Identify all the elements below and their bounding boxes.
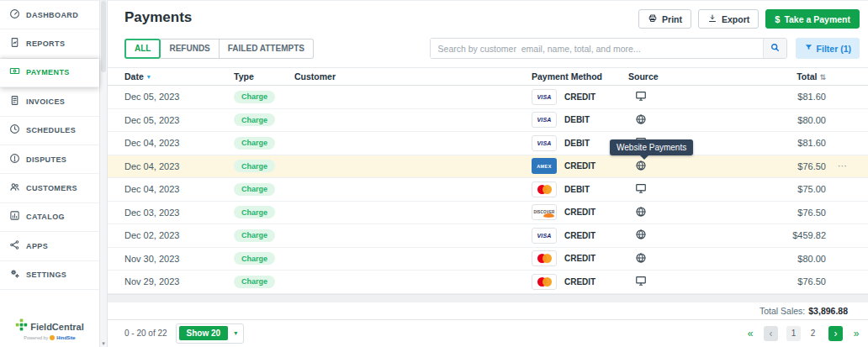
pagination-first-button[interactable]: « [745,326,755,341]
table-row[interactable]: Dec 04, 2023ChargeAMEXCREDITWebsite Paym… [108,155,868,179]
search-bar [430,38,787,59]
sidebar-item-apps[interactable]: APPS [0,232,99,260]
pagination-last-button[interactable]: » [851,326,861,341]
charge-badge: Charge [234,276,275,288]
payment-method-label: CREDIT [564,161,595,171]
cell-date: Dec 04, 2023 [124,184,234,194]
cell-total: $81.60 [725,92,826,102]
print-button[interactable]: Print [638,9,691,29]
cell-payment-method: VISADEBIT [532,112,628,128]
charge-badge: Charge [234,160,275,172]
website-payments-tooltip: Website Payments [610,139,693,155]
table-row[interactable]: Nov 29, 2023ChargeCREDIT$76.50 [108,271,868,294]
table-row[interactable]: Nov 30, 2023ChargeCREDIT$80.00 [108,248,868,271]
powered-by: Powered by HindSite [0,335,99,340]
total-sales: Total Sales: $3,896.88 [108,302,868,320]
row-menu-icon[interactable]: ⋯ [838,160,848,171]
funnel-icon [804,43,813,54]
row-menu[interactable]: ⋯ [826,160,848,171]
payments-icon [9,65,20,80]
cell-date: Nov 29, 2023 [124,276,234,287]
table-row[interactable]: Dec 04, 2023ChargeVISADEBIT$81.60 [108,132,868,155]
main-content: Payments Print Export $ Take a Payment [108,1,868,347]
tab-refunds[interactable]: REFUNDS [161,39,219,59]
column-header-source: Source [628,71,725,81]
header-actions: Print Export $ Take a Payment [638,9,860,29]
fieldcentral-tree-icon [15,318,28,334]
sidebar-item-dashboard[interactable]: DASHBOARD [0,1,99,29]
sort-down-icon: ▾ [147,73,151,81]
payment-method-label: CREDIT [564,277,595,287]
take-payment-button[interactable]: $ Take a Payment [765,9,860,29]
sidebar-item-payments[interactable]: PAYMENTS [0,59,99,87]
globe-icon [635,160,647,173]
logo-text: FieldCentral [30,322,84,332]
search-input[interactable] [431,39,763,58]
sidebar-item-reports[interactable]: REPORTS [0,29,99,58]
scrollbar-down-arrow-icon[interactable]: ▾ [100,340,107,347]
page-size-select[interactable]: Show 20 ▾ [176,323,245,344]
cell-total: $76.50 [725,276,826,287]
table-row[interactable]: Dec 04, 2023ChargeDEBIT$75.00 [108,178,868,202]
cell-type: Charge [234,183,294,196]
sidebar-item-invoices[interactable]: INVOICES [0,87,99,116]
download-icon [707,13,717,25]
sidebar-scrollbar[interactable]: ▾ [99,1,108,347]
cell-payment-method: CREDIT [532,250,628,266]
sidebar-item-label: DISPUTES [26,155,66,164]
charge-badge: Charge [234,91,275,103]
pagination-page-1[interactable]: 1 [786,326,801,341]
payment-method-label: CREDIT [564,231,595,240]
sidebar-item-settings[interactable]: SETTINGS [0,261,99,290]
cell-date: Dec 05, 2023 [124,115,234,125]
sidebar-item-label: INVOICES [26,97,65,106]
column-header-total[interactable]: Total⇅ [725,71,826,81]
sidebar-item-catalog[interactable]: CATALOG [0,203,99,232]
table-row[interactable]: Dec 03, 2023ChargeDISCOVERCREDIT$76.50 [108,202,868,225]
cell-source: Website Payments [628,160,725,173]
sidebar-item-schedules[interactable]: SCHEDULES [0,117,99,145]
cell-total: $459.82 [725,230,826,240]
printer-icon [648,13,658,25]
visa-card-icon: VISA [532,135,557,151]
table-row[interactable]: Dec 05, 2023ChargeVISACREDIT$81.60 [108,86,868,109]
filter-toolbar: ALLREFUNDSFAILED ATTEMPTS Filter (1) [108,29,868,67]
cell-total: $76.50 [725,208,826,218]
cell-type: Charge [234,229,294,242]
pagination-prev-button[interactable]: ‹ [764,326,778,341]
tab-failed-attempts[interactable]: FAILED ATTEMPTS [220,39,314,59]
table-row[interactable]: Dec 02, 2023ChargeVISACREDIT$459.82 [108,224,868,248]
cell-source [628,275,725,288]
pagination-next-button[interactable]: › [828,326,843,341]
cell-source [628,90,725,103]
payment-method-label: DEBIT [564,139,590,148]
globe-icon [635,252,647,266]
sidebar-item-customers[interactable]: CUSTOMERS [0,174,99,202]
settings-icon [9,267,20,282]
export-button[interactable]: Export [698,9,759,29]
column-header-date[interactable]: Date▾ [124,71,234,81]
column-header-payment-method: Payment Method [532,71,628,81]
cell-type: Charge [234,252,294,265]
sidebar-item-label: APPS [26,242,48,250]
pagination-page-2[interactable]: 2 [806,326,820,341]
sidebar-item-disputes[interactable]: DISPUTES [0,145,99,174]
payment-method-label: CREDIT [564,254,595,263]
scrollbar-thumb[interactable] [101,1,106,72]
payment-method-label: DEBIT [564,185,590,194]
fieldcentral-logo: FieldCentral Powered by HindSite [0,318,99,340]
customers-icon [9,181,20,196]
tab-all[interactable]: ALL [124,39,161,59]
cell-type: Charge [234,206,294,218]
cell-total: $80.00 [725,254,826,264]
cell-total: $76.50 [725,161,826,171]
discover-card-icon: DISCOVER [532,204,557,220]
charge-badge: Charge [234,206,275,218]
search-button[interactable] [763,39,786,58]
filter-button[interactable]: Filter (1) [796,38,860,59]
desktop-icon [635,90,647,103]
cell-type: Charge [234,91,294,103]
table-row[interactable]: Dec 05, 2023ChargeVISADEBIT$80.00 [108,109,868,133]
sidebar-item-label: DASHBOARD [26,11,78,19]
charge-badge: Charge [234,113,275,126]
